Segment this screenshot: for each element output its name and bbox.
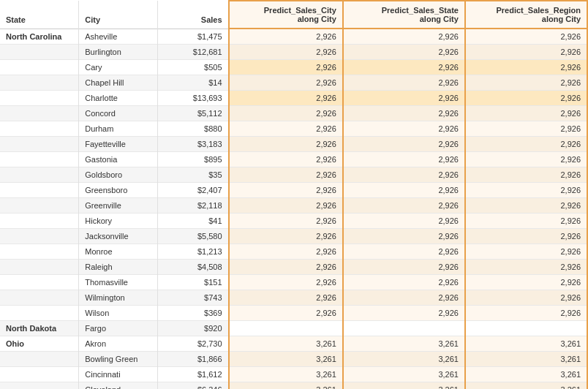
table-row: Burlington$12,6812,9262,9262,926	[0, 45, 587, 60]
cell-predict-city: 3,261	[229, 382, 343, 390]
cell-predict-city: 3,261	[229, 367, 343, 382]
cell-state	[0, 91, 79, 106]
cell-city: Fayetteville	[79, 137, 158, 152]
table-row: Wilson$3692,9262,9262,926	[0, 306, 587, 321]
cell-city: Burlington	[79, 45, 158, 60]
cell-predict-region: 3,261	[465, 352, 587, 367]
table-row: Jacksonville$5,5802,9262,9262,926	[0, 229, 587, 244]
cell-predict-state: 2,926	[343, 167, 465, 183]
table-row: Cary$5052,9262,9262,926	[0, 60, 587, 75]
cell-predict-region: 2,926	[465, 121, 587, 137]
cell-predict-region: 2,926	[465, 306, 587, 321]
cell-predict-region: 3,261	[465, 367, 587, 382]
cell-city: Akron	[79, 336, 158, 352]
cell-state	[0, 198, 79, 214]
cell-predict-region: 2,926	[465, 91, 587, 106]
data-table: State City Sales Predict_Sales_Cityalong…	[0, 0, 588, 389]
cell-sales: $12,681	[158, 45, 229, 60]
cell-predict-region: 2,926	[465, 152, 587, 167]
cell-predict-region: 2,926	[465, 45, 587, 60]
cell-sales: $1,475	[158, 29, 229, 45]
cell-state	[0, 60, 79, 75]
table-row: Concord$5,1122,9262,9262,926	[0, 106, 587, 121]
cell-predict-city: 2,926	[229, 290, 343, 306]
cell-city: Cincinnati	[79, 367, 158, 382]
table-row: Hickory$412,9262,9262,926	[0, 214, 587, 229]
cell-predict-city: 2,926	[229, 106, 343, 121]
table-row: Goldsboro$352,9262,9262,926	[0, 167, 587, 183]
cell-predict-city: 2,926	[229, 121, 343, 137]
cell-predict-city: 2,926	[229, 229, 343, 244]
cell-city: Asheville	[79, 29, 158, 45]
cell-state	[0, 290, 79, 306]
col-header-city: City	[79, 1, 158, 29]
table-row: Monroe$1,2132,9262,9262,926	[0, 244, 587, 260]
cell-city: Concord	[79, 106, 158, 121]
cell-state	[0, 137, 79, 152]
table-header: State City Sales Predict_Sales_Cityalong…	[0, 1, 587, 29]
cell-city: Cleveland	[79, 382, 158, 390]
cell-predict-state: 2,926	[343, 106, 465, 121]
cell-predict-city: 2,926	[229, 275, 343, 290]
cell-sales: $6,346	[158, 382, 229, 390]
cell-predict-city: 2,926	[229, 260, 343, 275]
cell-city: Fargo	[79, 321, 158, 336]
cell-predict-city: 2,926	[229, 75, 343, 91]
cell-predict-state: 2,926	[343, 75, 465, 91]
cell-predict-region: 3,261	[465, 382, 587, 390]
cell-predict-state: 2,926	[343, 275, 465, 290]
cell-predict-state: 2,926	[343, 152, 465, 167]
cell-predict-state: 3,261	[343, 336, 465, 352]
cell-city: Bowling Green	[79, 352, 158, 367]
cell-state	[0, 121, 79, 137]
cell-sales: $2,407	[158, 183, 229, 198]
cell-predict-state: 2,926	[343, 121, 465, 137]
cell-predict-state: 3,261	[343, 367, 465, 382]
cell-predict-state: 2,926	[343, 290, 465, 306]
cell-state	[0, 382, 79, 390]
cell-state	[0, 367, 79, 382]
cell-predict-city: 3,261	[229, 336, 343, 352]
cell-predict-state: 2,926	[343, 244, 465, 260]
cell-sales: $1,866	[158, 352, 229, 367]
cell-state	[0, 167, 79, 183]
cell-state	[0, 229, 79, 244]
cell-sales: $3,183	[158, 137, 229, 152]
cell-predict-region: 2,926	[465, 214, 587, 229]
cell-state	[0, 275, 79, 290]
cell-city: Cary	[79, 60, 158, 75]
cell-city: Gastonia	[79, 152, 158, 167]
cell-city: Raleigh	[79, 260, 158, 275]
table-row: North CarolinaAsheville$1,4752,9262,9262…	[0, 29, 587, 45]
cell-predict-city: 2,926	[229, 198, 343, 214]
cell-predict-state: 3,261	[343, 352, 465, 367]
cell-city: Goldsboro	[79, 167, 158, 183]
cell-city: Wilson	[79, 306, 158, 321]
cell-state: North Dakota	[0, 321, 79, 336]
cell-predict-region: 2,926	[465, 229, 587, 244]
cell-predict-city: 2,926	[229, 214, 343, 229]
table-row: Cincinnati$1,6123,2613,2613,261	[0, 367, 587, 382]
table-row: Charlotte$13,6932,9262,9262,926	[0, 91, 587, 106]
cell-predict-state: 2,926	[343, 198, 465, 214]
cell-predict-region: 2,926	[465, 60, 587, 75]
col-header-predict-city: Predict_Sales_Cityalong City	[229, 1, 343, 29]
cell-sales: $2,730	[158, 336, 229, 352]
cell-sales: $35	[158, 167, 229, 183]
cell-predict-city: 2,926	[229, 152, 343, 167]
cell-predict-state: 2,926	[343, 45, 465, 60]
cell-predict-region: 2,926	[465, 244, 587, 260]
table-row: Fayetteville$3,1832,9262,9262,926	[0, 137, 587, 152]
cell-state	[0, 152, 79, 167]
cell-sales: $5,580	[158, 229, 229, 244]
cell-predict-state: 2,926	[343, 229, 465, 244]
table-row: Chapel Hill$142,9262,9262,926	[0, 75, 587, 91]
cell-state	[0, 45, 79, 60]
cell-predict-state: 3,261	[343, 382, 465, 390]
cell-predict-region: 2,926	[465, 137, 587, 152]
cell-sales: $895	[158, 152, 229, 167]
cell-predict-region: 2,926	[465, 183, 587, 198]
table-row: Cleveland$6,3463,2613,2613,261	[0, 382, 587, 390]
cell-predict-region: 2,926	[465, 29, 587, 45]
cell-sales: $5,112	[158, 106, 229, 121]
